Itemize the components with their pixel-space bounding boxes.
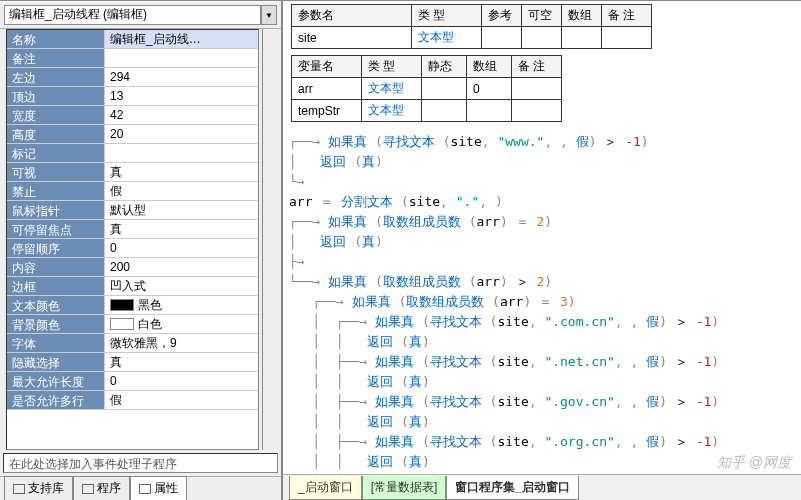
property-label: 背景颜色 — [7, 315, 105, 333]
property-row[interactable]: 隐藏选择真 — [7, 353, 258, 372]
property-value[interactable]: 42 — [105, 106, 258, 124]
table-row[interactable]: site 文本型 — [292, 27, 652, 49]
color-swatch — [110, 299, 134, 311]
var-table[interactable]: 变量名 类 型 静态 数组 备 注 arr 文本型 0 tempStr 文本型 — [291, 55, 562, 122]
property-label: 文本颜色 — [7, 296, 105, 314]
th-ref: 参考 — [482, 5, 522, 27]
property-row[interactable]: 停留顺序0 — [7, 239, 258, 258]
property-label: 最大允许长度 — [7, 372, 105, 390]
property-value[interactable]: 13 — [105, 87, 258, 105]
property-row[interactable]: 可视真 — [7, 163, 258, 182]
tab-const-table[interactable]: [常量数据表] — [362, 476, 447, 500]
property-label: 标记 — [7, 144, 105, 162]
th-var-name: 变量名 — [292, 56, 362, 78]
scrollbar-vertical[interactable] — [262, 29, 278, 450]
property-value[interactable]: 真 — [105, 220, 258, 238]
object-selector[interactable]: 编辑框_启动线程 (编辑框) — [4, 5, 261, 25]
property-value[interactable] — [105, 49, 258, 67]
tab-properties[interactable]: 属性 — [130, 476, 187, 500]
th-type: 类 型 — [362, 56, 422, 78]
property-label: 字体 — [7, 334, 105, 352]
sheet-icon — [139, 484, 151, 494]
table-row[interactable]: tempStr 文本型 — [292, 100, 562, 122]
property-value[interactable] — [105, 144, 258, 162]
property-grid[interactable]: 名称编辑框_启动线…备注左边294顶边13宽度42高度20标记可视真禁止假鼠标指… — [6, 29, 259, 450]
property-value[interactable]: 黑色 — [105, 296, 258, 314]
property-label: 可停留焦点 — [7, 220, 105, 238]
th-static: 静态 — [422, 56, 467, 78]
property-label: 名称 — [7, 30, 105, 48]
property-label: 高度 — [7, 125, 105, 143]
property-row[interactable]: 字体微软雅黑，9 — [7, 334, 258, 353]
app-root: 编辑框_启动线程 (编辑框) ▼ 名称编辑框_启动线…备注左边294顶边13宽度… — [0, 0, 801, 500]
property-value[interactable]: 0 — [105, 239, 258, 257]
th-note: 备 注 — [602, 5, 652, 27]
tables-area: 参数名 类 型 参考 可空 数组 备 注 site 文本型 变量名 类 型 静 — [283, 1, 801, 130]
dropdown-button[interactable]: ▼ — [261, 5, 277, 25]
property-label: 宽度 — [7, 106, 105, 124]
property-label: 隐藏选择 — [7, 353, 105, 371]
right-pane: 参数名 类 型 参考 可空 数组 备 注 site 文本型 变量名 类 型 静 — [283, 1, 801, 500]
th-array: 数组 — [562, 5, 602, 27]
property-row[interactable]: 顶边13 — [7, 87, 258, 106]
property-row[interactable]: 名称编辑框_启动线… — [7, 30, 258, 49]
property-row[interactable]: 是否允许多行假 — [7, 391, 258, 410]
th-param-name: 参数名 — [292, 5, 412, 27]
property-row[interactable]: 最大允许长度0 — [7, 372, 258, 391]
property-label: 左边 — [7, 68, 105, 86]
tab-program[interactable]: 程序 — [73, 476, 130, 500]
property-value[interactable]: 294 — [105, 68, 258, 86]
tab-start-window[interactable]: _启动窗口 — [289, 476, 362, 500]
property-row[interactable]: 边框凹入式 — [7, 277, 258, 296]
tab-support-lib[interactable]: 支持库 — [4, 476, 73, 500]
property-label: 停留顺序 — [7, 239, 105, 257]
property-row[interactable]: 内容200 — [7, 258, 258, 277]
tab-window-procset[interactable]: 窗口程序集_启动窗口 — [446, 476, 579, 500]
code-editor[interactable]: ┌──→ 如果真 (寻找文本 (site, "www.", , 假) ＞ -1)… — [283, 130, 801, 474]
property-value[interactable]: 真 — [105, 353, 258, 371]
property-label: 顶边 — [7, 87, 105, 105]
property-label: 禁止 — [7, 182, 105, 200]
property-value[interactable]: 真 — [105, 163, 258, 181]
property-value[interactable]: 20 — [105, 125, 258, 143]
property-row[interactable]: 备注 — [7, 49, 258, 68]
list-icon — [82, 484, 94, 494]
property-row[interactable]: 可停留焦点真 — [7, 220, 258, 239]
property-label: 可视 — [7, 163, 105, 181]
book-icon — [13, 484, 25, 494]
property-value[interactable]: 微软雅黑，9 — [105, 334, 258, 352]
event-hint[interactable]: 在此处选择加入事件处理子程序 — [3, 453, 278, 473]
property-row[interactable]: 标记 — [7, 144, 258, 163]
property-value[interactable]: 假 — [105, 182, 258, 200]
left-pane: 编辑框_启动线程 (编辑框) ▼ 名称编辑框_启动线…备注左边294顶边13宽度… — [0, 1, 283, 500]
th-null: 可空 — [522, 5, 562, 27]
property-value[interactable]: 白色 — [105, 315, 258, 333]
property-label: 是否允许多行 — [7, 391, 105, 409]
table-row[interactable]: arr 文本型 0 — [292, 78, 562, 100]
table-header-row: 变量名 类 型 静态 数组 备 注 — [292, 56, 562, 78]
th-array: 数组 — [467, 56, 512, 78]
property-value[interactable]: 编辑框_启动线… — [105, 30, 258, 48]
property-label: 鼠标指针 — [7, 201, 105, 219]
property-value[interactable]: 0 — [105, 372, 258, 390]
property-value[interactable]: 200 — [105, 258, 258, 276]
table-header-row: 参数名 类 型 参考 可空 数组 备 注 — [292, 5, 652, 27]
th-type: 类 型 — [412, 5, 482, 27]
property-row[interactable]: 背景颜色白色 — [7, 315, 258, 334]
property-row[interactable]: 左边294 — [7, 68, 258, 87]
property-label: 内容 — [7, 258, 105, 276]
property-row[interactable]: 鼠标指针默认型 — [7, 201, 258, 220]
color-swatch — [110, 318, 134, 330]
property-value[interactable]: 凹入式 — [105, 277, 258, 295]
property-value[interactable]: 默认型 — [105, 201, 258, 219]
th-note: 备 注 — [512, 56, 562, 78]
property-label: 备注 — [7, 49, 105, 67]
property-row[interactable]: 文本颜色黑色 — [7, 296, 258, 315]
right-tabs: _启动窗口 [常量数据表] 窗口程序集_启动窗口 — [283, 474, 801, 500]
param-table[interactable]: 参数名 类 型 参考 可空 数组 备 注 site 文本型 — [291, 4, 652, 49]
property-row[interactable]: 宽度42 — [7, 106, 258, 125]
property-label: 边框 — [7, 277, 105, 295]
property-value[interactable]: 假 — [105, 391, 258, 409]
property-row[interactable]: 禁止假 — [7, 182, 258, 201]
property-row[interactable]: 高度20 — [7, 125, 258, 144]
